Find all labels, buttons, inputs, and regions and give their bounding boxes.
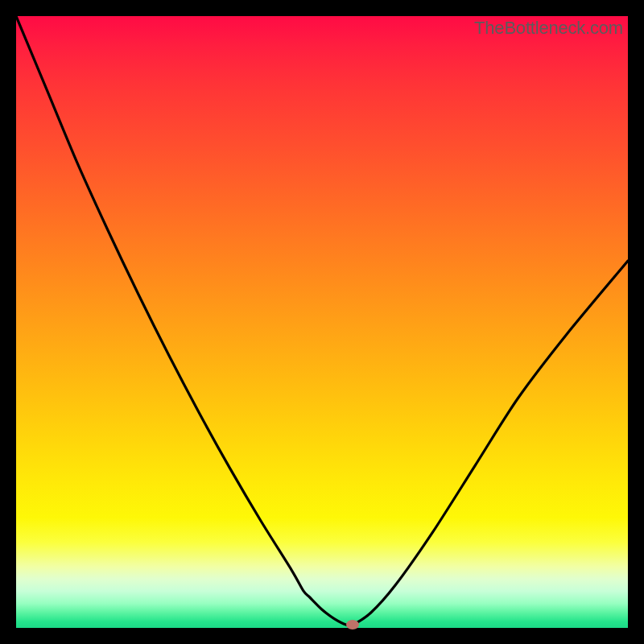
plot-area: TheBottleneck.com — [16, 16, 628, 628]
chart-frame: TheBottleneck.com — [0, 0, 644, 644]
bottleneck-curve — [16, 16, 628, 628]
optimal-point-marker — [346, 620, 359, 630]
